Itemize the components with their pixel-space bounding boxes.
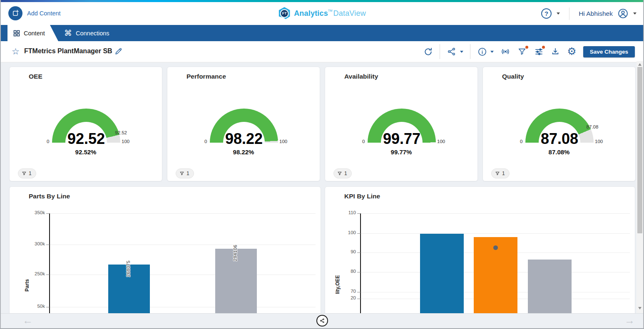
- adjustments-icon[interactable]: [534, 47, 544, 57]
- help-chevron-down-icon[interactable]: [557, 12, 560, 15]
- axis-tick: [357, 272, 361, 272]
- axis-tick: [46, 275, 50, 275]
- axis-tick-label: 50k: [20, 304, 45, 309]
- axis-tick: [357, 292, 361, 292]
- filter-pill[interactable]: 1: [491, 168, 510, 178]
- tab-content-label[interactable]: Content: [24, 30, 45, 37]
- favorite-star-icon[interactable]: ☆: [12, 46, 20, 57]
- gauge-max-label: 100: [279, 139, 287, 144]
- axis-tick: [46, 213, 50, 214]
- ft-logo-icon: FT: [278, 7, 291, 20]
- gauge-min-label: 0: [520, 139, 522, 144]
- user-greeting: Hi Abhishek: [579, 10, 613, 17]
- bar-value-label: 294106: [233, 245, 238, 261]
- download-icon[interactable]: [550, 47, 560, 57]
- share-icon[interactable]: [447, 47, 457, 57]
- gauge[interactable]: 0 100 99.77 99.77: [368, 109, 436, 143]
- axis-tick: [357, 233, 361, 234]
- card-title: Quality: [502, 73, 524, 80]
- axis-tick: [357, 213, 361, 214]
- gridline: [50, 275, 316, 275]
- bar[interactable]: [528, 260, 572, 313]
- bar-chart-card-kpi-by-line: KPI By Line lity,OEE 11010090807020: [325, 186, 635, 313]
- save-changes-button[interactable]: Save Changes: [583, 46, 635, 57]
- gauge-value: 98.22: [225, 130, 263, 148]
- filter-pill[interactable]: 1: [18, 168, 36, 178]
- vertical-scrollbar[interactable]: [637, 61, 643, 313]
- gauge[interactable]: 0 100 87.08 87.08: [525, 109, 594, 143]
- connections-icon: ⌘: [64, 29, 72, 37]
- toolbar-icons: ⚙ Save Changes: [423, 41, 635, 62]
- grid-icon: [13, 30, 20, 37]
- gauge-percent-label: 98.22%: [167, 148, 320, 156]
- share-chevron-down-icon[interactable]: [460, 51, 463, 53]
- tm-mark: TM: [328, 9, 333, 12]
- add-content-button[interactable]: Add Content: [8, 6, 61, 20]
- funnel-icon: [22, 171, 27, 176]
- y-axis-label: Parts: [24, 260, 30, 310]
- gauge-max-label: 100: [437, 139, 445, 144]
- filter-count: 1: [344, 171, 347, 176]
- gauge-value: 99.77: [383, 130, 420, 148]
- filter-pill[interactable]: 1: [176, 168, 194, 178]
- gridline: [50, 307, 316, 307]
- filter-count: 1: [502, 171, 505, 176]
- gauge[interactable]: 0 100 98.22 98.22: [210, 109, 278, 143]
- edit-title-icon[interactable]: [114, 47, 123, 57]
- add-content-icon[interactable]: [8, 6, 22, 20]
- toolbar-divider: [440, 44, 440, 59]
- header-divider: [569, 7, 569, 20]
- gauge-card-performance: Performance 0 100 98.22 98.22 98.22% 1: [167, 67, 320, 181]
- bar-chart-card-parts-by-line: Parts By Line Parts 350k300k250k50k26807…: [9, 186, 321, 313]
- dashboard-toolbar: ☆ FTMetrics PlantManager SB: [1, 41, 643, 62]
- axis-tick-label: 20: [331, 295, 356, 300]
- gauge-card-quality: Quality 0 100 87.08 87.08 87.08% 1: [482, 67, 636, 181]
- scroll-up-icon[interactable]: [638, 63, 642, 66]
- gauge-max-label: 100: [595, 139, 603, 144]
- info-icon[interactable]: [477, 47, 487, 57]
- axis-tick: [46, 307, 50, 307]
- user-avatar-icon[interactable]: [618, 8, 628, 19]
- toolbar-divider: [470, 44, 470, 59]
- chart-title: Parts By Line: [29, 193, 70, 200]
- app-window: Add Content FT AnalyticsTMDataView ? Hi …: [0, 0, 644, 329]
- footer-share-icon[interactable]: [316, 315, 328, 327]
- gauge-pointer-label: 92.52: [115, 130, 127, 135]
- live-broadcast-icon[interactable]: [500, 47, 510, 57]
- user-chevron-down-icon[interactable]: [633, 12, 637, 15]
- bar[interactable]: [420, 234, 464, 313]
- axis-tick-label: 80: [331, 269, 356, 274]
- tab-connections-label[interactable]: Connections: [76, 30, 109, 37]
- dashboard-title: FTMetrics PlantManager SB: [24, 47, 112, 55]
- card-title: Performance: [186, 73, 226, 80]
- add-content-label[interactable]: Add Content: [27, 10, 61, 17]
- scrollbar-thumb[interactable]: [637, 67, 642, 233]
- card-title: Availability: [344, 73, 378, 80]
- settings-gear-icon[interactable]: ⚙: [567, 47, 576, 57]
- axis-tick-label: 70: [331, 289, 356, 294]
- axis-tick-label: 110: [331, 210, 356, 215]
- axis-tick: [357, 252, 361, 253]
- help-icon[interactable]: ?: [541, 8, 552, 19]
- refresh-icon[interactable]: [423, 47, 433, 57]
- axis-tick-label: 350k: [20, 210, 45, 215]
- y-axis-label: lity,OEE: [335, 260, 341, 309]
- gauge-pointer-label: 87.08: [587, 124, 599, 129]
- tab-connections[interactable]: ⌘ Connections: [64, 25, 109, 41]
- filter-pill[interactable]: 1: [333, 168, 352, 178]
- scroll-down-icon[interactable]: [638, 307, 642, 309]
- tab-bar: Content ⌘ Connections: [1, 25, 643, 41]
- tab-content[interactable]: Content: [7, 25, 58, 41]
- footer-bar: ← →: [1, 313, 643, 328]
- bar-value-label: 268075: [126, 260, 131, 277]
- brand-text: AnalyticsTMDataView: [294, 9, 366, 18]
- bar-chart-plot: 11010090807020: [360, 213, 630, 313]
- gauge[interactable]: 0 100 92.52 92.52: [52, 109, 120, 143]
- page-right-arrow-icon[interactable]: →: [624, 314, 635, 327]
- gauge-card-oee: OEE 0 100 92.52 92.52 92.52% 1: [9, 67, 162, 181]
- filter-icon[interactable]: [517, 47, 527, 57]
- info-chevron-down-icon[interactable]: [490, 51, 494, 53]
- gauge-value: 92.52: [67, 130, 105, 148]
- gridline: [50, 245, 316, 245]
- page-left-arrow-icon[interactable]: ←: [22, 314, 33, 327]
